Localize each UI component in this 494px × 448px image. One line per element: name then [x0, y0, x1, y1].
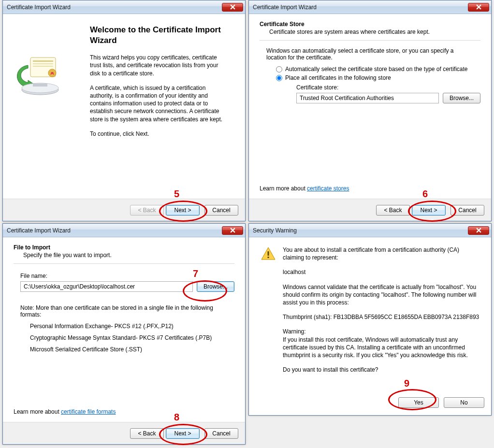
- svg-rect-9: [268, 257, 269, 258]
- wizard-intro-2: A certificate, which is issued by a cert…: [90, 84, 230, 123]
- divider: [260, 40, 480, 41]
- back-button[interactable]: < Back: [130, 428, 164, 439]
- format-sst: Microsoft Serialized Certificate Store (…: [30, 346, 234, 353]
- wizard-intro-3: To continue, click Next.: [90, 130, 230, 138]
- warning-question: Do you want to install this certificate?: [283, 366, 480, 374]
- dialog-title: Certificate Import Wizard: [7, 227, 222, 234]
- dialog-footer: < Back Next > Cancel: [3, 422, 245, 444]
- wizard-text-pane: Welcome to the Certificate Import Wizard…: [90, 25, 234, 195]
- cancel-button[interactable]: Cancel: [204, 205, 238, 216]
- radio-auto-label: Automatically select the certificate sto…: [285, 66, 468, 72]
- store-value-box: Trusted Root Certification Authorities: [296, 93, 439, 103]
- close-icon: [476, 228, 481, 233]
- warning-text: If you install this root certificate, Wi…: [283, 336, 480, 360]
- titlebar[interactable]: Certificate Import Wizard: [3, 224, 245, 237]
- certificate-wizard-icon: [14, 54, 67, 97]
- warning-validate: Windows cannot validate that the certifi…: [283, 283, 480, 307]
- wizard-store-dialog: Certificate Import Wizard Certificate St…: [248, 0, 492, 221]
- store-value: Trusted Root Certification Authorities: [300, 95, 394, 101]
- close-button[interactable]: [468, 3, 489, 12]
- browse-button[interactable]: Browse...: [443, 93, 480, 103]
- section-heading: File to Import: [14, 244, 234, 251]
- warning-host: localhost: [283, 268, 480, 276]
- no-button[interactable]: No: [444, 397, 484, 408]
- learn-more: Learn more about certificate file format…: [14, 408, 116, 415]
- cancel-button[interactable]: Cancel: [204, 428, 238, 439]
- dialog-title: Certificate Import Wizard: [253, 4, 468, 11]
- next-button[interactable]: Next >: [166, 205, 200, 216]
- thumbprint: Thumbprint (sha1): FB13DBBA 5F5695CC E18…: [283, 313, 480, 321]
- learn-more: Learn more about certificate stores: [260, 185, 349, 192]
- cancel-button[interactable]: Cancel: [450, 205, 484, 216]
- warning-intro: You are about to install a certificate f…: [283, 246, 480, 261]
- dialog-footer: < Back Next > Cancel: [3, 199, 245, 221]
- warning-label: Warning:: [283, 328, 480, 335]
- dialog-content: Certificate Store Certificate stores are…: [249, 14, 491, 199]
- close-button[interactable]: [222, 3, 243, 12]
- back-button[interactable]: < Back: [376, 205, 410, 216]
- close-button[interactable]: [468, 226, 489, 235]
- section-heading: Certificate Store: [260, 21, 480, 28]
- svg-rect-1: [33, 60, 53, 62]
- dialog-footer: Yes No: [249, 393, 491, 415]
- titlebar[interactable]: Certificate Import Wizard: [249, 0, 491, 14]
- filename-input[interactable]: [20, 281, 193, 292]
- store-intro: Windows can automatically select a certi…: [266, 47, 480, 61]
- dialog-content: You are about to install a certificate f…: [249, 237, 491, 393]
- section-subtext: Specify the file you want to import.: [23, 252, 234, 259]
- wizard-heading: Welcome to the Certificate Import Wizard: [90, 25, 230, 46]
- learn-more-link[interactable]: certificate file formats: [61, 408, 116, 415]
- radio-place-all[interactable]: Place all certificates in the following …: [276, 74, 480, 81]
- yes-button[interactable]: Yes: [398, 397, 439, 408]
- browse-button[interactable]: Browse...: [197, 281, 234, 292]
- dialog-title: Certificate Import Wizard: [7, 4, 222, 11]
- dialog-content: File to Import Specify the file you want…: [3, 237, 245, 422]
- format-pfx: Personal Information Exchange- PKCS #12 …: [30, 323, 234, 330]
- next-button[interactable]: Next >: [412, 205, 446, 216]
- next-button[interactable]: Next >: [166, 428, 200, 439]
- titlebar[interactable]: Security Warning: [249, 224, 491, 237]
- learn-more-link[interactable]: certificate stores: [307, 185, 349, 192]
- radio-place-all-input[interactable]: [276, 75, 282, 81]
- security-warning-dialog: Security Warning You are about to instal…: [248, 223, 492, 416]
- close-button[interactable]: [222, 226, 243, 235]
- section-subtext: Certificate stores are system areas wher…: [269, 29, 480, 35]
- titlebar[interactable]: Certificate Import Wizard: [3, 0, 245, 14]
- warning-icon: [261, 246, 276, 261]
- radio-auto-select-input[interactable]: [276, 66, 282, 72]
- svg-rect-8: [268, 251, 269, 256]
- filename-label: File name:: [20, 273, 234, 279]
- wizard-graphic-pane: [14, 25, 81, 195]
- close-icon: [476, 4, 481, 10]
- svg-rect-3: [33, 66, 53, 67]
- wizard-welcome-dialog: Certificate Import Wizard Welcome to the…: [2, 0, 246, 221]
- wizard-intro-1: This wizard helps you copy certificates,…: [90, 54, 230, 77]
- back-button: < Back: [130, 205, 164, 216]
- dialog-title: Security Warning: [253, 227, 468, 234]
- dialog-content: Welcome to the Certificate Import Wizard…: [3, 14, 245, 199]
- format-p7b: Cryptographic Message Syntax Standard- P…: [30, 334, 234, 341]
- divider: [14, 263, 234, 264]
- wizard-file-dialog: Certificate Import Wizard File to Import…: [2, 223, 246, 445]
- radio-place-label: Place all certificates in the following …: [285, 74, 391, 81]
- formats-note: Note: More than one certificate can be s…: [20, 304, 234, 318]
- close-icon: [230, 228, 235, 233]
- svg-rect-7: [33, 84, 47, 87]
- close-icon: [230, 4, 235, 10]
- store-label: Certificate store:: [296, 84, 480, 91]
- radio-auto-select[interactable]: Automatically select the certificate sto…: [276, 66, 480, 72]
- svg-rect-2: [33, 63, 53, 64]
- dialog-footer: < Back Next > Cancel: [249, 199, 491, 221]
